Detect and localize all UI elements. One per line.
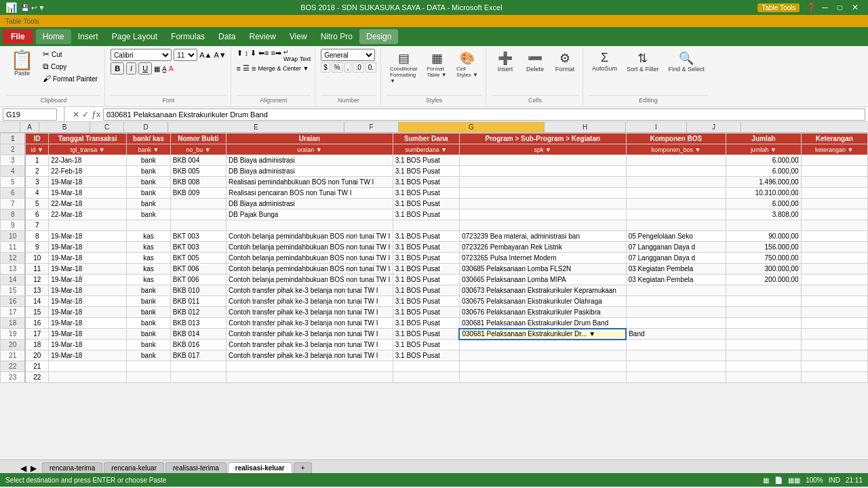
cell-d2[interactable]: no_bu ▼ [170,144,226,155]
cell-h6[interactable] [626,188,726,199]
sort-filter-btn[interactable]: ⇅ Sort & Filter [623,49,663,75]
cell-a12[interactable]: 10 [25,253,48,264]
insert-function-icon[interactable]: ƒx [92,110,100,119]
cell-a19[interactable]: 17 [25,329,48,340]
cell-h19[interactable]: Band [626,329,726,340]
cell-g20[interactable] [459,340,626,350]
cell-f5[interactable]: 3.1 BOS Pusat [393,177,459,188]
cell-f3[interactable]: 3.1 BOS Pusat [393,155,459,166]
new-sheet-tab[interactable]: + [294,462,313,473]
col-header-b[interactable]: B [39,122,90,132]
help-icon[interactable]: ❓ [806,3,816,12]
cell-f12[interactable]: 3.1 BOS Pusat [393,253,459,264]
format-table-btn[interactable]: ▦ FormatTable ▼ [423,49,450,80]
cell-e1[interactable]: Uraian [226,134,393,144]
confirm-formula-icon[interactable]: ✓ [82,110,89,119]
cell-f21[interactable]: 3.1 BOS Pusat [393,350,459,361]
cell-c7[interactable]: bank [127,199,171,209]
cell-c14[interactable]: kas [127,274,171,285]
cell-j18[interactable] [801,318,867,329]
cell-c13[interactable]: kas [127,264,171,274]
indent-right-btn[interactable]: ≡➡ [271,49,281,62]
format-btn[interactable]: ⚙ Format [551,49,578,75]
cell-b6[interactable]: 19-Mar-18 [49,188,127,199]
design-menu[interactable]: Design [359,29,398,44]
cell-a21[interactable]: 20 [25,350,48,361]
cell-f17[interactable]: 3.1 BOS Pusat [393,307,459,318]
cell-h5[interactable] [626,177,726,188]
italic-btn[interactable]: I [126,62,136,75]
cell-j17[interactable] [801,307,867,318]
cell-e22[interactable] [226,361,393,372]
cell-i15[interactable] [726,285,802,296]
cell-g19[interactable]: 030681 Pelaksanaan Ekstrakurikuler Dr...… [459,329,626,340]
cell-a7[interactable]: 5 [25,199,48,209]
cell-j21[interactable] [801,350,867,361]
cell-c16[interactable]: bank [127,296,171,307]
cell-f18[interactable]: 3.1 BOS Pusat [393,318,459,329]
cell-f14[interactable]: 3.1 BOS Pusat [393,274,459,285]
cell-b7[interactable]: 22-Mar-18 [49,199,127,209]
cell-g1[interactable]: Program > Sub-Program > Kegiatan [459,134,626,144]
cell-g4[interactable] [459,166,626,177]
cancel-formula-icon[interactable]: ✕ [73,110,79,119]
cell-h15[interactable] [626,285,726,296]
sheet-nav-left[interactable]: ◀ [20,464,26,473]
cell-d20[interactable]: BKB 016 [170,340,226,350]
cell-h18[interactable] [626,318,726,329]
cell-i9[interactable] [726,220,802,231]
cell-h8[interactable] [626,209,726,220]
cell-c4[interactable]: bank [127,166,171,177]
borders-btn[interactable]: ▦ [154,65,160,73]
cell-i16[interactable] [726,296,802,307]
cell-i14[interactable]: 200.000,00 [726,274,802,285]
cell-f16[interactable]: 3.1 BOS Pusat [393,296,459,307]
cell-g21[interactable] [459,350,626,361]
sheet-nav-right[interactable]: ▶ [31,464,37,473]
cell-h14[interactable]: 03 Kegiatan Pembela [626,274,726,285]
cell-d12[interactable]: BKT 005 [170,253,226,264]
cell-g18[interactable]: 030681 Pelaksanaan Ekstrakurikuler Drum … [459,318,626,329]
sheet-tab-rencana-keluar[interactable]: rencana-keluar [104,462,164,473]
cell-i1[interactable]: Jumlah [726,134,802,144]
cell-a10[interactable]: 8 [25,231,48,242]
cell-d3[interactable]: BKB 004 [170,155,226,166]
cell-a8[interactable]: 6 [25,209,48,220]
cell-i12[interactable]: 750.000,00 [726,253,802,264]
cell-b11[interactable]: 19-Mar-18 [49,242,127,253]
cell-i17[interactable] [726,307,802,318]
cell-b10[interactable]: 19-Mar-18 [49,231,127,242]
cell-f19[interactable]: 3.1 BOS Pusat [393,329,459,340]
cell-f7[interactable]: 3.1 BOS Pusat [393,199,459,209]
cell-d5[interactable]: BKB 008 [170,177,226,188]
formula-input[interactable] [103,108,865,121]
cell-j6[interactable] [801,188,867,199]
cell-e13[interactable]: Contoh belanja pemindahbukuan BOS non tu… [226,264,393,274]
col-header-d[interactable]: D [124,122,168,132]
cell-b21[interactable]: 19-Mar-18 [49,350,127,361]
font-size-select[interactable]: 11 [174,49,197,61]
cell-a20[interactable]: 18 [25,340,48,350]
col-header-g[interactable]: G [399,122,545,132]
align-right-btn[interactable]: ≡ [252,64,256,73]
cell-j10[interactable] [801,231,867,242]
align-center-btn[interactable]: ☰ [243,64,250,73]
cell-h21[interactable] [626,350,726,361]
col-header-a[interactable]: A [20,122,39,132]
conditional-formatting-btn[interactable]: ▤ ConditionalFormatting ▼ [387,49,420,86]
cell-i6[interactable]: 10.310.000,00 [726,188,802,199]
cell-f22[interactable] [393,361,459,372]
cell-c19[interactable]: bank [127,329,171,340]
cell-h22[interactable] [626,361,726,372]
cell-h10[interactable]: 05 Pengelolaan Seko [626,231,726,242]
close-btn[interactable]: ✕ [848,3,863,12]
cell-h17[interactable] [626,307,726,318]
cell-c8[interactable]: bank [127,209,171,220]
cell-h11[interactable]: 07 Langganan Daya d [626,242,726,253]
cell-d1[interactable]: Nomor Bukti [170,134,226,144]
cell-c23[interactable] [127,372,171,383]
cell-b3[interactable]: 22-Jan-18 [49,155,127,166]
cell-j15[interactable] [801,285,867,296]
cell-j5[interactable] [801,177,867,188]
cell-g15[interactable]: 030673 Pelaksanaan Ekstrakurikuler Kepra… [459,285,626,296]
